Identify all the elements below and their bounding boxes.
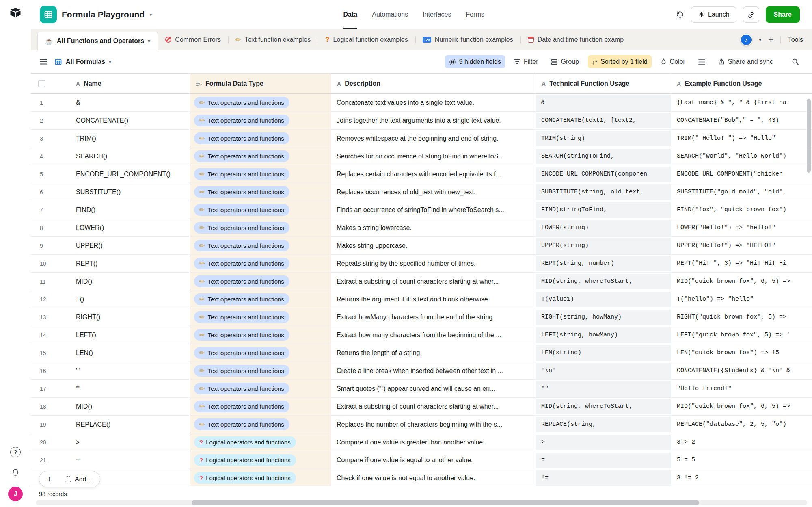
cell-description[interactable]: Smart quotes (“”) appear curved and will… [331, 380, 536, 397]
notifications-bell-icon[interactable] [9, 466, 22, 479]
cell-formula-data-type[interactable]: ✏Text operators and functions [190, 165, 331, 183]
nav-interfaces[interactable]: Interfaces [423, 0, 451, 29]
cell-technical-usage[interactable]: FIND(stringToFind, [536, 201, 671, 219]
cell-formula-data-type[interactable]: ✏Text operators and functions [190, 344, 331, 362]
nav-data[interactable]: Data [343, 0, 358, 29]
cell-name[interactable]: = [69, 451, 190, 469]
cell-example-usage[interactable]: LOWER("Hello!") => "hello!" [671, 219, 812, 236]
cell-description[interactable]: Replaces certain characters with encoded… [331, 165, 536, 183]
cell-technical-usage[interactable]: > [536, 433, 671, 451]
cell-formula-data-type[interactable]: ✏Text operators and functions [190, 219, 331, 236]
cell-description[interactable]: Create a line break when inserted betwee… [331, 362, 536, 379]
history-icon[interactable] [676, 10, 685, 19]
cell-formula-data-type[interactable]: ✏Text operators and functions [190, 308, 331, 326]
cell-formula-data-type[interactable]: ✏Text operators and functions [190, 237, 331, 254]
tools-button[interactable]: Tools [780, 36, 803, 43]
cell-description[interactable]: Extract a substring of count characters … [331, 273, 536, 290]
launch-button[interactable]: Launch [691, 6, 736, 23]
cell-name[interactable]: LEN() [69, 344, 190, 362]
base-title[interactable]: Formula Playground [62, 10, 145, 20]
cell-description[interactable]: Replaces the number of characters beginn… [331, 416, 536, 433]
hidden-fields-button[interactable]: 9 hidden fields [445, 55, 505, 68]
cell-description[interactable]: Removes whitespace at the beginning and … [331, 130, 536, 147]
cell-formula-data-type[interactable]: ?Logical operators and functions [190, 433, 331, 451]
vertical-scrollbar-thumb[interactable] [807, 99, 811, 173]
nav-automations[interactable]: Automations [372, 0, 408, 29]
cell-example-usage[interactable]: REPLACE("database", 2, 5, "o") [671, 416, 812, 433]
cell-technical-usage[interactable]: LEFT(string, howMany) [536, 326, 671, 344]
search-icon[interactable] [788, 55, 803, 68]
add-record-button[interactable]: Add... [59, 471, 100, 487]
cell-example-usage[interactable]: UPPER("Hello!") => "HELLO!" [671, 237, 812, 254]
cell-name[interactable]: SEARCH() [69, 147, 190, 165]
cell-example-usage[interactable]: ENCODE_URL_COMPONENT("chicken [671, 165, 812, 183]
cell-example-usage[interactable]: CONCATENATE("Bob"," – ", 43) [671, 112, 812, 129]
cell-example-usage[interactable]: SEARCH("World", "Hello World") [671, 147, 812, 165]
cell-formula-data-type[interactable]: ✏Text operators and functions [190, 362, 331, 379]
table-tab[interactable]: 123Numeric function examples [415, 29, 520, 50]
cell-description[interactable]: Check if one value is not equal to anoth… [331, 469, 536, 487]
cell-example-usage[interactable]: CONCATENATE({Students} & '\n' & [671, 362, 812, 379]
cell-technical-usage[interactable]: T(value1) [536, 290, 671, 308]
cell-example-usage[interactable]: {Last name} & ", " & {First na [671, 94, 812, 111]
cell-name[interactable]: RIGHT() [69, 308, 190, 326]
base-icon[interactable] [40, 6, 57, 23]
view-sidebar-toggle-icon[interactable] [40, 59, 47, 65]
cell-name[interactable]: ' ' [69, 362, 190, 379]
cell-technical-usage[interactable]: UPPER(string) [536, 237, 671, 254]
cell-technical-usage[interactable]: RIGHT(string, howMany) [536, 308, 671, 326]
cell-technical-usage[interactable]: REPT(string, number) [536, 255, 671, 272]
cell-name[interactable]: “” [69, 380, 190, 397]
cell-formula-data-type[interactable]: ✏Text operators and functions [190, 398, 331, 415]
share-button[interactable]: Share [766, 6, 800, 23]
base-menu-chevron-icon[interactable]: ▾ [149, 12, 152, 17]
share-link-icon[interactable] [743, 6, 759, 23]
cell-name[interactable]: TRIM() [69, 130, 190, 147]
cell-name[interactable]: LOWER() [69, 219, 190, 236]
column-header-description[interactable]: A Description [331, 74, 536, 93]
cell-technical-usage[interactable]: != [536, 469, 671, 487]
cell-description[interactable]: Makes string uppercase. [331, 237, 536, 254]
cell-description[interactable]: Searches for an occurrence of stringToFi… [331, 147, 536, 165]
cell-example-usage[interactable]: T("hello") => "hello" [671, 290, 812, 308]
cell-name[interactable]: & [69, 94, 190, 111]
cell-example-usage[interactable]: FIND("fox", "quick brown fox") [671, 201, 812, 219]
cell-example-usage[interactable]: "Hello friend!" [671, 380, 812, 397]
help-icon[interactable]: ? [9, 446, 22, 458]
cell-description[interactable]: Finds an occurrence of stringToFind in w… [331, 201, 536, 219]
share-sync-button[interactable]: Share and sync [714, 55, 777, 68]
cell-example-usage[interactable]: 5 = 5 [671, 451, 812, 469]
cell-formula-data-type[interactable]: ✏Text operators and functions [190, 290, 331, 308]
select-all-checkbox[interactable] [38, 80, 45, 87]
cell-formula-data-type[interactable]: ✏Text operators and functions [190, 255, 331, 272]
scroll-tabs-right-icon[interactable]: › [740, 34, 752, 46]
cell-description[interactable]: Compare if one value is equal to another… [331, 451, 536, 469]
cell-example-usage[interactable]: 3 != 2 [671, 469, 812, 487]
cell-formula-data-type[interactable]: ✏Text operators and functions [190, 94, 331, 111]
group-button[interactable]: Group [547, 55, 583, 68]
horizontal-scrollbar-thumb[interactable] [192, 500, 699, 505]
cell-technical-usage[interactable]: REPLACE(string, [536, 416, 671, 433]
column-header-name[interactable]: A Name [69, 74, 190, 93]
cell-formula-data-type[interactable]: ✏Text operators and functions [190, 201, 331, 219]
cell-name[interactable]: MID() [69, 398, 190, 415]
cell-description[interactable]: Returns the length of a string. [331, 344, 536, 362]
cell-formula-data-type[interactable]: ✏Text operators and functions [190, 273, 331, 290]
row-height-button[interactable] [694, 56, 709, 67]
column-header-technical-usage[interactable]: A Technical Function Usage [536, 74, 671, 93]
cell-technical-usage[interactable]: SUBSTITUTE(string, old_text, [536, 183, 671, 201]
cell-technical-usage[interactable]: MID(string, whereToStart, [536, 273, 671, 290]
cell-description[interactable]: Concatenate text values into a single te… [331, 94, 536, 111]
cell-name[interactable]: > [69, 433, 190, 451]
cell-description[interactable]: Joins together the text arguments into a… [331, 112, 536, 129]
cell-example-usage[interactable]: MID("quick brown fox", 6, 5) => [671, 273, 812, 290]
cell-formula-data-type[interactable]: ✏Text operators and functions [190, 380, 331, 397]
cell-example-usage[interactable]: LEFT("quick brown fox", 5) => ' [671, 326, 812, 344]
cell-description[interactable]: Replaces occurrences of old_text with ne… [331, 183, 536, 201]
cell-formula-data-type[interactable]: ✏Text operators and functions [190, 112, 331, 129]
cell-technical-usage[interactable]: TRIM(string) [536, 130, 671, 147]
cell-name[interactable]: FIND() [69, 201, 190, 219]
add-record-plus-button[interactable]: + [39, 471, 59, 487]
color-button[interactable]: Color [657, 55, 689, 68]
cell-technical-usage[interactable]: LOWER(string) [536, 219, 671, 236]
